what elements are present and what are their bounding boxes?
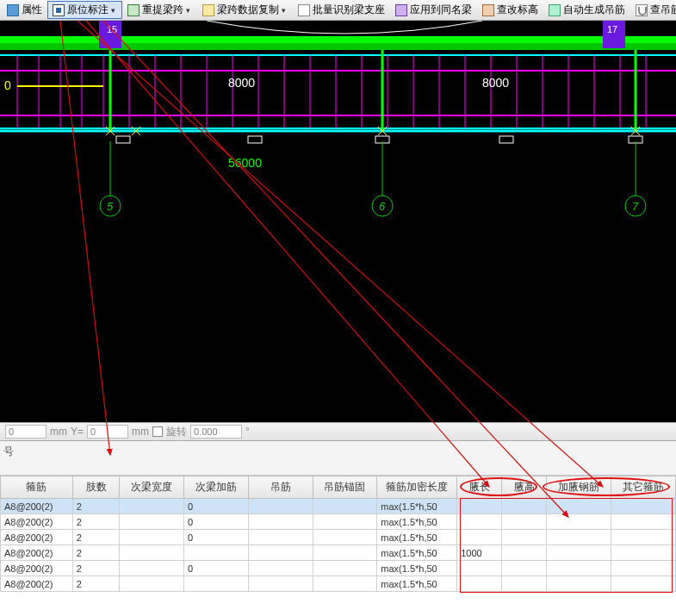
cell[interactable]: 2 bbox=[72, 561, 119, 576]
cell[interactable]: A8@200(2) bbox=[1, 530, 73, 545]
cell[interactable] bbox=[611, 499, 676, 514]
cell[interactable]: A8@200(2) bbox=[1, 576, 73, 592]
th-limbs[interactable]: 肢数 bbox=[72, 476, 119, 499]
cell[interactable] bbox=[120, 561, 184, 576]
cell[interactable] bbox=[120, 514, 184, 530]
cell[interactable]: 0 bbox=[183, 561, 248, 576]
cell[interactable] bbox=[611, 545, 676, 561]
cell[interactable]: max(1.5*h,50 bbox=[377, 561, 457, 576]
chevron-down-icon[interactable]: ▾ bbox=[111, 5, 117, 16]
cell[interactable] bbox=[183, 576, 248, 592]
table-row[interactable]: A8@200(2)20max(1.5*h,50 bbox=[1, 499, 676, 514]
cell[interactable]: A8@200(2) bbox=[1, 499, 73, 514]
cell[interactable] bbox=[547, 576, 611, 592]
cell[interactable] bbox=[183, 545, 248, 561]
cell[interactable] bbox=[611, 576, 676, 592]
th-dense[interactable]: 箍筋加密长度 bbox=[377, 476, 457, 499]
cell[interactable] bbox=[502, 545, 547, 561]
cell[interactable]: max(1.5*h,50 bbox=[377, 576, 457, 592]
batch-button[interactable]: 批量识别梁支座 bbox=[293, 1, 390, 19]
cell[interactable] bbox=[547, 514, 611, 530]
th-other[interactable]: 其它箍筋 bbox=[611, 476, 676, 499]
cell[interactable] bbox=[248, 576, 313, 592]
cell[interactable]: 1000 bbox=[457, 545, 502, 561]
th-stirrup[interactable]: 箍筋 bbox=[1, 476, 73, 499]
cell[interactable]: 2 bbox=[72, 545, 119, 561]
cell[interactable] bbox=[502, 514, 547, 530]
th-haunch-l[interactable]: 腋长 bbox=[457, 476, 502, 499]
cell[interactable] bbox=[313, 499, 377, 514]
retrieve-button[interactable]: 重提梁跨▾ bbox=[122, 1, 197, 19]
prop-button[interactable]: 属性 bbox=[2, 1, 47, 19]
cell[interactable] bbox=[547, 545, 611, 561]
apply-button[interactable]: 应用到同名梁 bbox=[390, 1, 477, 19]
cell[interactable] bbox=[457, 576, 502, 592]
cell[interactable] bbox=[120, 545, 184, 561]
cell[interactable]: A8@200(2) bbox=[1, 561, 73, 576]
cell[interactable]: 2 bbox=[72, 530, 119, 545]
cell[interactable] bbox=[120, 499, 184, 514]
cell[interactable] bbox=[248, 514, 313, 530]
th-haunch-h[interactable]: 腋高 bbox=[502, 476, 547, 499]
cell[interactable] bbox=[502, 561, 547, 576]
cell[interactable] bbox=[547, 561, 611, 576]
cell[interactable] bbox=[248, 561, 313, 576]
cell[interactable] bbox=[248, 499, 313, 514]
annotation-button[interactable]: 原位标注▾ bbox=[47, 1, 122, 19]
cell[interactable] bbox=[120, 576, 184, 592]
cad-viewport[interactable]: 15 17 0 8000 8000 56000 5 6 7 bbox=[0, 21, 676, 422]
cell[interactable] bbox=[248, 530, 313, 545]
cell[interactable] bbox=[457, 530, 502, 545]
rotate-input[interactable] bbox=[190, 425, 242, 439]
cell[interactable] bbox=[457, 514, 502, 530]
th-hook[interactable]: 吊筋 bbox=[248, 476, 313, 499]
th-secrebar[interactable]: 次梁加筋 bbox=[183, 476, 248, 499]
cell[interactable]: A8@200(2) bbox=[1, 545, 73, 561]
cell[interactable] bbox=[502, 576, 547, 592]
cell[interactable] bbox=[611, 530, 676, 545]
cell[interactable] bbox=[547, 499, 611, 514]
cell[interactable] bbox=[313, 530, 377, 545]
cell[interactable]: 2 bbox=[72, 514, 119, 530]
cell[interactable] bbox=[611, 514, 676, 530]
x-input[interactable] bbox=[5, 425, 47, 439]
table-row[interactable]: A8@200(2)20max(1.5*h,50 bbox=[1, 514, 676, 530]
cell[interactable] bbox=[313, 545, 377, 561]
table-row[interactable]: A8@200(2)20max(1.5*h,50 bbox=[1, 561, 676, 576]
gen-button[interactable]: 自动生成吊筋 bbox=[543, 1, 630, 19]
elev-button[interactable]: 查改标高 bbox=[477, 1, 543, 19]
chevron-down-icon[interactable]: ▾ bbox=[282, 5, 288, 16]
cell[interactable] bbox=[248, 545, 313, 561]
table-row[interactable]: A8@200(2)20max(1.5*h,50 bbox=[1, 530, 676, 545]
cell[interactable] bbox=[457, 499, 502, 514]
table-row[interactable]: A8@200(2)2max(1.5*h,50 bbox=[1, 576, 676, 592]
cell[interactable]: 2 bbox=[72, 499, 119, 514]
cell[interactable]: max(1.5*h,50 bbox=[377, 514, 457, 530]
cell[interactable] bbox=[502, 499, 547, 514]
table-row[interactable]: A8@200(2)2max(1.5*h,501000 bbox=[1, 545, 676, 561]
th-anchor[interactable]: 吊筋锚固 bbox=[313, 476, 377, 499]
cell[interactable] bbox=[313, 514, 377, 530]
cell[interactable] bbox=[502, 530, 547, 545]
cell[interactable]: max(1.5*h,50 bbox=[377, 530, 457, 545]
cell[interactable] bbox=[457, 561, 502, 576]
view-hook-button[interactable]: 查吊筋▾ bbox=[630, 1, 676, 19]
copy-button[interactable]: 梁跨数据复制▾ bbox=[197, 1, 293, 19]
cell[interactable] bbox=[547, 530, 611, 545]
cell[interactable]: max(1.5*h,50 bbox=[377, 499, 457, 514]
th-haunch-bar[interactable]: 加腋钢筋 bbox=[547, 476, 611, 499]
y-input[interactable] bbox=[87, 425, 128, 439]
table-wrapper[interactable]: 箍筋 肢数 次梁宽度 次梁加筋 吊筋 吊筋锚固 箍筋加密长度 腋长 腋高 加腋钢… bbox=[0, 476, 676, 616]
cell[interactable]: max(1.5*h,50 bbox=[377, 545, 457, 561]
cell[interactable] bbox=[611, 561, 676, 576]
cell[interactable]: 0 bbox=[183, 530, 248, 545]
chevron-down-icon[interactable]: ▾ bbox=[186, 5, 192, 16]
cell[interactable]: 0 bbox=[183, 514, 248, 530]
th-secwidth[interactable]: 次梁宽度 bbox=[120, 476, 184, 499]
cell[interactable]: 0 bbox=[183, 499, 248, 514]
cell[interactable] bbox=[313, 561, 377, 576]
cell[interactable] bbox=[313, 576, 377, 592]
cell[interactable]: 2 bbox=[72, 576, 119, 592]
rotate-checkbox[interactable] bbox=[152, 426, 163, 437]
cell[interactable] bbox=[120, 530, 184, 545]
